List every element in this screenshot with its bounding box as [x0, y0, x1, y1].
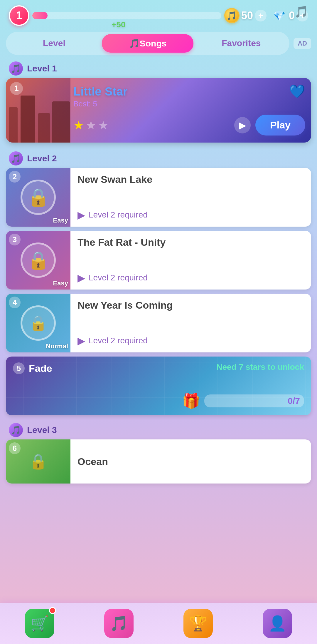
level-2-label: Level 2 — [27, 153, 57, 163]
star-3: ★ — [98, 118, 109, 132]
song-1-number-text: 1 — [14, 84, 19, 93]
player-level-badge: 1 — [9, 5, 29, 26]
song-2-lock-icon: 🔒 — [21, 180, 56, 215]
song-1-info: Little Star Best: 5 ★ ★ ★ ▶ Play — [68, 78, 311, 143]
song-1-stars: ★ ★ ★ — [73, 118, 109, 132]
nav-trophy[interactable]: 🏆 — [183, 609, 213, 638]
song-card-1: 1 💙 Little Star Best: 5 ★ ★ ★ ▶ Play — [6, 78, 311, 143]
bottom-nav: 🛒 🎵 🏆 👤 — [0, 603, 317, 644]
song-2-title: New Swan Lake — [77, 174, 304, 185]
song-3-number: 3 — [9, 234, 21, 245]
star-1: ★ — [73, 118, 84, 132]
song-6-title: Ocean — [77, 456, 108, 467]
song-2-number: 2 — [9, 171, 21, 183]
song-6-info: Ocean — [70, 439, 311, 484]
song-5-top: 5 Fade Need 7 stars to unlock — [13, 362, 304, 374]
tab-songs[interactable]: 🎵Songs — [102, 34, 194, 53]
song-3-difficulty: Easy — [53, 280, 68, 287]
song-1-play-area: ▶ Play — [234, 115, 305, 136]
song-6-lock-icon: 🔒 — [29, 453, 47, 470]
song-4-req: ▶ Level 2 required — [77, 335, 304, 347]
song-card-3: 3 🔒 Easy The Fat Rat - Unity ▶ Level 2 r… — [6, 231, 311, 290]
gift-icon: 🎁 — [182, 392, 200, 409]
ad-badge: AD — [294, 38, 311, 49]
song-2-info: New Swan Lake ▶ Level 2 required — [70, 168, 311, 227]
header: 1 🎵 50 + 💎 0 + +50 🎵 — [0, 0, 317, 29]
level-2-header: 🎵 Level 2 — [6, 148, 311, 168]
song-5-progress-bar: 0/7 — [204, 394, 304, 407]
level-1-icon: 🎵 — [9, 61, 23, 76]
song-3-lock-icon: 🔒 — [21, 242, 56, 278]
song-2-req: ▶ Level 2 required — [77, 209, 304, 221]
song-2-req-icon: ▶ — [77, 209, 85, 221]
tabs-container: Level 🎵Songs Favorites — [6, 32, 289, 55]
nav-music[interactable]: 🎵 — [104, 609, 134, 638]
player-level-number: 1 — [16, 9, 22, 22]
song-3-req-text: Level 2 required — [89, 273, 148, 282]
shop-icon[interactable]: 🛒 — [25, 609, 54, 638]
song-3-req-icon: ▶ — [77, 272, 85, 284]
level-2-icon: 🎵 — [9, 151, 23, 165]
tab-favorites-label: Favorites — [222, 38, 261, 48]
xp-bar — [32, 12, 221, 19]
level-1-header: 🎵 Level 1 — [6, 58, 311, 78]
song-5-title-area: 5 Fade — [13, 362, 52, 374]
song-5-number: 5 — [13, 362, 25, 374]
song-4-req-text: Level 2 required — [89, 336, 148, 345]
song-3-thumb: 3 🔒 Easy — [6, 231, 70, 290]
profile-icon[interactable]: 👤 — [263, 609, 292, 638]
level-3-header: 🎵 Level 3 — [6, 419, 311, 439]
content-area: 🎵 Level 1 1 💙 Little Star Best: 5 ★ — [0, 55, 317, 536]
xp-bar-fill — [32, 12, 48, 19]
xp-plus-label: +50 — [112, 20, 126, 29]
tab-level-label: Level — [43, 38, 65, 48]
nav-profile[interactable]: 👤 — [263, 609, 292, 638]
trophy-icon[interactable]: 🏆 — [183, 609, 213, 638]
tabs-row: Level 🎵Songs Favorites AD — [6, 32, 311, 55]
gem-icon: 💎 — [272, 8, 287, 23]
song-3-req: ▶ Level 2 required — [77, 272, 304, 284]
song-1-preview-button[interactable]: ▶ — [234, 117, 251, 133]
coin-icon: 🎵 — [224, 8, 240, 23]
song-5-progress-text: 0/7 — [288, 396, 300, 406]
song-card-6: 6 🔒 Ocean — [6, 439, 311, 484]
song-4-req-icon: ▶ — [77, 335, 85, 347]
song-2-thumb: 2 🔒 Easy — [6, 168, 70, 227]
song-5-overlay: 5 Fade Need 7 stars to unlock 🎁 0/7 — [6, 357, 311, 415]
song-1-title: Little Star — [73, 85, 305, 98]
song-1-play-button[interactable]: Play — [255, 115, 305, 136]
coin-plus-button[interactable]: + — [255, 10, 267, 21]
song-1-bottom: ★ ★ ★ ▶ Play — [73, 115, 305, 136]
song-card-5: 5 Fade Need 7 stars to unlock 🎁 0/7 — [6, 357, 311, 415]
shop-notification-dot — [49, 607, 56, 614]
song-3-info: The Fat Rat - Unity ▶ Level 2 required — [70, 231, 311, 290]
coin-count: 50 — [241, 9, 253, 22]
music-nav-icon[interactable]: 🎵 — [104, 609, 134, 638]
level-3-label: Level 3 — [27, 425, 57, 435]
tab-favorites[interactable]: Favorites — [195, 34, 287, 53]
tab-level[interactable]: Level — [8, 34, 100, 53]
level-1-label: Level 1 — [27, 63, 57, 73]
song-6-thumb: 6 🔒 — [6, 439, 70, 484]
song-4-info: New Year Is Coming ▶ Level 2 required — [70, 294, 311, 352]
song-card-4: 4 🔒 Normal New Year Is Coming ▶ Level 2 … — [6, 294, 311, 352]
song-4-title: New Year Is Coming — [77, 300, 304, 311]
song-1-best: Best: 5 — [73, 99, 305, 108]
song-4-thumb: 4 🔒 Normal — [6, 294, 70, 352]
song-5-title: Fade — [29, 363, 52, 374]
song-card-2: 2 🔒 Easy New Swan Lake ▶ Level 2 require… — [6, 168, 311, 227]
song-2-req-text: Level 2 required — [89, 210, 148, 220]
song-3-title: The Fat Rat - Unity — [77, 237, 304, 248]
level-3-icon: 🎵 — [9, 423, 23, 437]
settings-music-icon[interactable]: 🎵 — [294, 5, 308, 18]
song-4-lock-icon: 🔒 — [21, 305, 56, 341]
song-4-number: 4 — [9, 297, 21, 308]
song-6-number: 6 — [9, 442, 21, 454]
gem-count: 0 — [289, 9, 295, 22]
song-1-number: 1 — [10, 82, 23, 95]
song-5-bottom: 🎁 0/7 — [13, 392, 304, 409]
tab-songs-label: 🎵Songs — [129, 39, 167, 48]
nav-shop[interactable]: 🛒 — [25, 609, 54, 638]
song-2-difficulty: Easy — [53, 217, 68, 224]
song-4-difficulty: Normal — [46, 342, 68, 350]
